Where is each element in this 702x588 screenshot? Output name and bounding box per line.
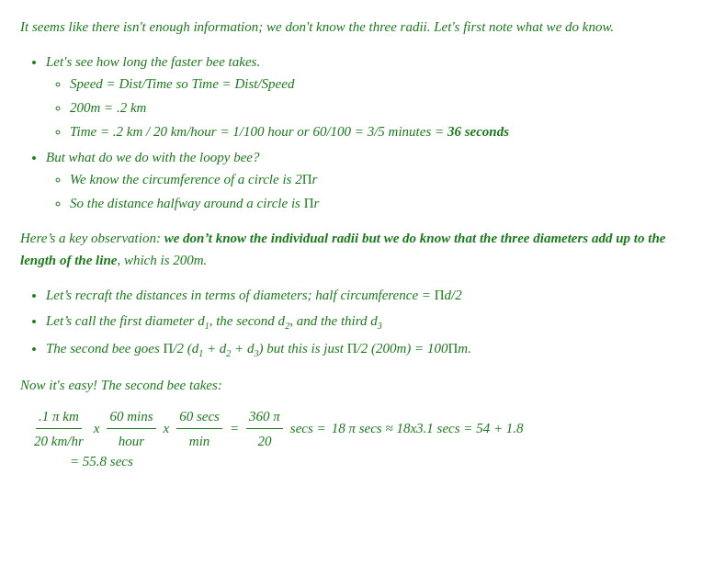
bullet-loopy-bee: But what do we do with the loopy bee? We… [46,146,682,214]
bold-36-seconds: 36 seconds [447,124,509,139]
formula-section: .1 π km 20 km/hr x 60 mins hour x 60 sec… [29,405,682,469]
sub-item-half-circle: So the distance halfway around a circle … [70,192,682,214]
bullet-call-diameters: Let’s call the first diameter d1, the se… [46,310,682,334]
times-1: x [94,417,100,439]
times-2: x [164,417,170,439]
frac2-denominator: hour [116,429,147,452]
frac4-numerator: 360 π [246,405,283,429]
sub-item-time-calc: Time = .2 km / 20 km/hour = 1/100 hour o… [70,120,682,142]
frac1-denominator: 20 km/hr [31,429,86,452]
result-1: 18 π secs ≈ 18x3.1 secs = 54 + 1.8 [332,417,524,439]
secs-label: secs = [290,417,326,439]
formula-row-2: = 55.8 secs [70,454,682,469]
fraction-4: 360 π 20 [246,405,283,452]
frac3-denominator: min [187,429,213,452]
bullet-second-bee-distance: The second bee goes Π/2 (d1 + d2 + d3) b… [46,337,682,361]
frac4-denominator: 20 [255,429,274,452]
fraction-1: .1 π km 20 km/hr [31,405,86,452]
bullet-faster-bee: Let's see how long the faster bee takes.… [46,51,682,142]
key-obs-normal2: , which is 200m. [117,253,207,267]
main-bullet-list: Let's see how long the faster bee takes.… [46,51,682,214]
fraction-2: 60 mins hour [107,405,155,452]
sub-item-circumference: We know the circumference of a circle is… [70,168,682,190]
frac3-numerator: 60 secs [176,405,222,429]
frac1-numerator: .1 π km [36,405,82,429]
fraction-3: 60 secs min [176,405,222,452]
key-observation-paragraph: Here’s a key observation: we don’t know … [20,227,682,271]
main-content: It seems like there isn't enough informa… [20,17,682,469]
section2-bullet-list: Let’s recraft the distances in terms of … [46,284,682,361]
formula-row-1: .1 π km 20 km/hr x 60 mins hour x 60 sec… [29,405,682,452]
now-easy-paragraph: Now it's easy! The second bee takes: [20,374,682,396]
sub-item-speed-formula: Speed = Dist/Time so Time = Dist/Speed [70,73,682,95]
bullet-diameters: Let’s recraft the distances in terms of … [46,284,682,306]
sub-list-faster-bee: Speed = Dist/Time so Time = Dist/Speed 2… [70,73,682,142]
sub-list-loopy-bee: We know the circumference of a circle is… [70,168,682,214]
sub-item-200m: 200m = .2 km [70,96,682,119]
intro-paragraph: It seems like there isn't enough informa… [20,17,682,38]
frac2-numerator: 60 mins [107,405,155,429]
equals-sign: = [230,417,239,439]
key-obs-normal1: Here’s a key observation: [20,231,164,245]
result-2: = 55.8 secs [70,454,133,469]
